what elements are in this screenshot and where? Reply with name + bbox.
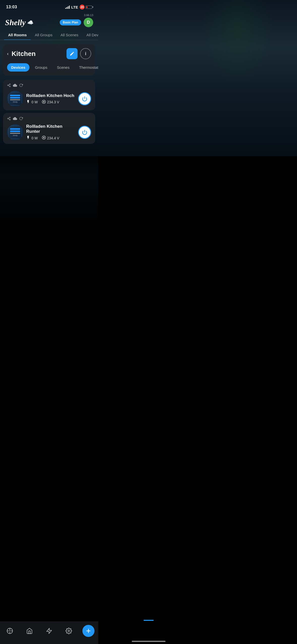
lte-label: LTE <box>71 5 78 9</box>
room-sub-tabs: Devices Groups Scenes Thermostats <box>7 63 91 72</box>
svg-line-11 <box>8 118 9 118</box>
device-card: Shelly Rollladen Kitchen Hoch 0 W <box>3 80 95 110</box>
svg-point-0 <box>9 84 10 85</box>
device-list: Shelly Rollladen Kitchen Hoch 0 W <box>3 80 95 144</box>
subtab-groups[interactable]: Groups <box>31 63 51 72</box>
cloud-sync-icon <box>13 116 17 121</box>
status-bar: 13:03 LTE 20 <box>0 0 98 13</box>
cloud-sync-icon <box>13 83 17 88</box>
svg-point-8 <box>8 118 9 119</box>
power-value: 0 W <box>31 136 38 140</box>
pencil-icon <box>70 51 75 56</box>
cloud-icon: ☁️ <box>27 19 34 25</box>
status-time: 13:03 <box>6 5 17 10</box>
voltage-icon <box>42 100 46 105</box>
battery-container: 20 <box>80 5 92 10</box>
power-stat: 0 W <box>26 136 38 140</box>
power-toggle-button[interactable] <box>78 126 91 139</box>
tab-all-scenes[interactable]: All Scenes <box>56 30 82 40</box>
logo-text: Shelly <box>5 18 26 27</box>
device-image: Shelly <box>7 124 23 140</box>
power-icon <box>26 136 30 140</box>
svg-line-3 <box>8 85 9 86</box>
svg-point-1 <box>8 85 9 86</box>
avatar[interactable]: D <box>84 18 93 27</box>
version-text: 3.66.13 <box>84 14 93 17</box>
power-icon <box>26 100 30 105</box>
signal-bars-icon <box>65 5 70 9</box>
back-button[interactable]: ‹ <box>7 51 9 56</box>
subtab-thermostats[interactable]: Thermostats <box>75 63 98 72</box>
voltage-stat: 234.4 V <box>42 136 59 140</box>
voltage-stat: 234.3 V <box>42 100 59 105</box>
voltage-value: 234.4 V <box>47 136 59 140</box>
device-name: Rollladen Kitchen Runter <box>26 124 75 134</box>
subtab-devices[interactable]: Devices <box>7 63 29 72</box>
room-card: ‹ Kitchen i Devices Groups Scenes Thermo… <box>3 44 95 76</box>
voltage-icon <box>42 136 46 140</box>
voltage-value: 234.3 V <box>47 100 59 104</box>
basic-plan-badge[interactable]: Basic Plan <box>60 19 81 25</box>
device-name: Rollladen Kitchen Hoch <box>26 93 75 98</box>
power-value: 0 W <box>31 100 38 104</box>
subtab-scenes[interactable]: Scenes <box>53 63 74 72</box>
svg-line-4 <box>8 84 9 85</box>
edit-room-button[interactable] <box>67 48 78 59</box>
svg-point-9 <box>9 119 10 120</box>
device-image: Shelly <box>7 91 23 107</box>
status-right: LTE 20 <box>65 5 92 10</box>
tab-all-groups[interactable]: All Groups <box>31 30 56 40</box>
svg-line-10 <box>8 119 9 119</box>
power-toggle-icon <box>82 96 87 102</box>
app-header: 3.66.13 Shelly ☁️ Basic Plan D <box>0 13 98 30</box>
refresh-icon <box>19 117 23 121</box>
bottom-spacer <box>0 144 98 224</box>
room-title: Kitchen <box>12 50 36 58</box>
share-icon <box>7 83 11 88</box>
svg-point-7 <box>9 117 10 118</box>
battery-level: 20 <box>80 5 85 10</box>
power-toggle-icon <box>82 130 87 135</box>
device-card: Shelly Rollladen Kitchen Runter 0 W <box>3 113 95 144</box>
info-icon: i <box>85 51 86 56</box>
tab-all-devices[interactable]: All Dev <box>82 30 98 40</box>
share-icon <box>7 117 11 121</box>
refresh-icon <box>19 83 23 88</box>
app-logo: Shelly ☁️ <box>5 18 34 27</box>
power-toggle-button[interactable] <box>78 92 91 105</box>
svg-point-2 <box>9 86 10 87</box>
tab-all-rooms[interactable]: All Rooms <box>4 30 31 40</box>
main-nav-tabs: All Rooms All Groups All Scenes All Dev <box>0 30 98 40</box>
battery-icon <box>86 6 92 9</box>
power-stat: 0 W <box>26 100 38 105</box>
info-button[interactable]: i <box>80 48 91 59</box>
